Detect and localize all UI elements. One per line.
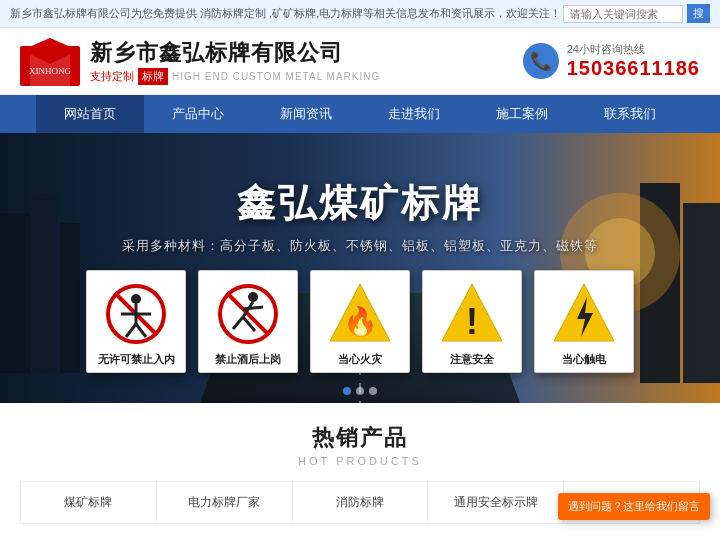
main-nav: 网站首页 产品中心 新闻资讯 走进我们 施工案例 联系我们 xyxy=(0,95,720,133)
top-bar: 新乡市鑫弘标牌有限公司为您免费提供 消防标牌定制 ,矿矿标牌,电力标牌等相关信息… xyxy=(0,0,720,28)
nav-item-home[interactable]: 网站首页 xyxy=(36,95,144,133)
company-name: 新乡市鑫弘标牌有限公司 xyxy=(90,38,380,68)
hero-title: 鑫弘煤矿标牌 xyxy=(0,178,720,229)
sign1-label: 无许可禁止入内 xyxy=(92,352,180,367)
sign-no-entry: 无许可禁止入内 xyxy=(86,270,186,373)
hotline-area: 📞 24小时咨询热线 15036611186 xyxy=(523,42,700,80)
product-item-1[interactable]: 电力标牌厂家 xyxy=(157,482,293,523)
svg-line-27 xyxy=(243,307,263,309)
svg-text:XINHONG: XINHONG xyxy=(29,66,71,76)
phone-icon: 📞 xyxy=(523,43,559,79)
sign4-label: 注意安全 xyxy=(428,352,516,367)
logo-icon: XINHONG xyxy=(20,36,80,86)
fire-warning-icon: 🔥 xyxy=(325,279,395,349)
nav-item-news[interactable]: 新闻资讯 xyxy=(252,95,360,133)
search-input[interactable] xyxy=(563,5,683,23)
sign-caution: ! 注意安全 xyxy=(422,270,522,373)
dot-1[interactable] xyxy=(343,387,351,395)
product-item-0[interactable]: 煤矿标牌 xyxy=(21,482,157,523)
hero-subtitle: 采用多种材料：高分子板、防火板、不锈钢、铝板、铝塑板、亚克力、磁铁等 xyxy=(0,237,720,255)
nav-item-products[interactable]: 产品中心 xyxy=(144,95,252,133)
signs-row: 无许可禁止入内 禁止酒后上岗 🔥 xyxy=(86,270,634,373)
nav-item-about[interactable]: 走进我们 xyxy=(360,95,468,133)
hero-dots xyxy=(343,387,377,395)
hero-banner: 鑫弘煤矿标牌 采用多种材料：高分子板、防火板、不锈钢、铝板、铝塑板、亚克力、磁铁… xyxy=(0,133,720,403)
logo-area: XINHONG 新乡市鑫弘标牌有限公司 支持定制 标牌 HIGH END CUS… xyxy=(20,36,380,86)
header: XINHONG 新乡市鑫弘标牌有限公司 支持定制 标牌 HIGH END CUS… xyxy=(0,28,720,95)
hotline-number: 15036611186 xyxy=(567,57,700,80)
sign-no-alcohol: 禁止酒后上岗 xyxy=(198,270,298,373)
hotline-text: 24小时咨询热线 15036611186 xyxy=(567,42,700,80)
product-item-2[interactable]: 消防标牌 xyxy=(293,482,429,523)
no-alcohol-icon xyxy=(213,279,283,349)
svg-marker-1 xyxy=(20,38,80,51)
product-item-3[interactable]: 通用安全标示牌 xyxy=(428,482,564,523)
products-title-cn: 热销产品 xyxy=(20,423,700,453)
subtitle-label: 标牌 xyxy=(138,68,168,85)
no-entry-icon xyxy=(101,279,171,349)
products-title-en: HOT PRODUCTS xyxy=(20,455,700,467)
search-button[interactable]: 搜 xyxy=(687,4,710,23)
nav-item-contact[interactable]: 联系我们 xyxy=(576,95,684,133)
svg-text:!: ! xyxy=(466,301,478,342)
dot-2[interactable] xyxy=(356,387,364,395)
sign-electric: 当心触电 xyxy=(534,270,634,373)
svg-point-17 xyxy=(131,294,141,304)
logo-text: 新乡市鑫弘标牌有限公司 支持定制 标牌 HIGH END CUSTOM META… xyxy=(90,38,380,85)
search-area: 搜 xyxy=(563,4,710,23)
sign5-label: 当心触电 xyxy=(540,352,628,367)
nav-item-cases[interactable]: 施工案例 xyxy=(468,95,576,133)
logo-subtitle: 支持定制 标牌 HIGH END CUSTOM METAL MARKING xyxy=(90,68,380,85)
electric-warning-icon xyxy=(549,279,619,349)
sign2-label: 禁止酒后上岗 xyxy=(204,352,292,367)
sign-fire-warning: 🔥 当心火灾 xyxy=(310,270,410,373)
chat-button[interactable]: 遇到问题？这里给我们留言 xyxy=(558,493,710,520)
hotline-label: 24小时咨询热线 xyxy=(567,42,700,57)
subtitle-prefix: 支持定制 xyxy=(90,69,134,84)
subtitle-english: HIGH END CUSTOM METAL MARKING xyxy=(172,71,380,82)
hero-content: 鑫弘煤矿标牌 采用多种材料：高分子板、防火板、不锈钢、铝板、铝塑板、亚克力、磁铁… xyxy=(0,133,720,255)
sign3-label: 当心火灾 xyxy=(316,352,404,367)
dot-3[interactable] xyxy=(369,387,377,395)
svg-point-25 xyxy=(248,292,258,302)
top-notice: 新乡市鑫弘标牌有限公司为您免费提供 消防标牌定制 ,矿矿标牌,电力标牌等相关信息… xyxy=(10,6,561,21)
caution-icon: ! xyxy=(437,279,507,349)
svg-text:🔥: 🔥 xyxy=(343,305,378,338)
